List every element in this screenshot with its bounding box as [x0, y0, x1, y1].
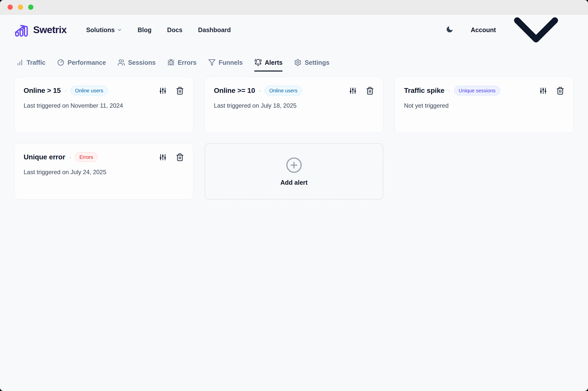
alert-title: Online > 15: [24, 87, 61, 95]
alert-card-actions: [539, 87, 564, 95]
tab-label: Settings: [305, 59, 329, 66]
theme-toggle-button[interactable]: [445, 25, 454, 34]
alert-card-traffic-spike: Traffic spike·Unique sessionsNot yet tri…: [395, 77, 574, 133]
tab-traffic[interactable]: Traffic: [16, 59, 45, 72]
nav-link-label: Docs: [167, 26, 183, 34]
alert-title: Unique error: [24, 153, 65, 161]
edit-alert-button[interactable]: [159, 153, 167, 161]
bell-icon: [254, 59, 262, 66]
nav-link-solutions[interactable]: Solutions: [86, 26, 122, 34]
tab-label: Performance: [68, 59, 106, 66]
tab-label: Errors: [178, 59, 197, 66]
moon-icon: [446, 25, 454, 34]
alert-card-unique-error: Unique error·ErrorsLast triggered on Jul…: [14, 143, 193, 200]
alert-status-text: Last triggered on July 24, 2025: [24, 169, 184, 176]
site-header: Swetrix SolutionsBlogDocsDashboard Accou…: [0, 15, 588, 45]
trash-icon: [176, 153, 184, 161]
tab-errors[interactable]: Errors: [167, 59, 197, 72]
bug-icon: [167, 59, 175, 66]
swetrix-logo-icon: [14, 23, 29, 37]
chevron-down-icon: [117, 27, 122, 32]
dot-separator: ·: [65, 87, 67, 95]
sliders-icon: [349, 87, 357, 95]
sliders-icon: [159, 87, 167, 95]
alert-metric-badge: Online users: [71, 86, 108, 95]
trash-icon: [556, 87, 564, 95]
minimize-window-button[interactable]: [18, 5, 23, 10]
dot-separator: ·: [259, 87, 261, 95]
bar-chart-icon: [16, 59, 24, 66]
alert-card-actions: [159, 153, 184, 161]
app-window: Swetrix SolutionsBlogDocsDashboard Accou…: [0, 0, 588, 391]
delete-alert-button[interactable]: [556, 87, 564, 95]
alert-card-header: Online > 15·Online users: [24, 86, 184, 95]
alert-card-header: Traffic spike·Unique sessions: [404, 86, 564, 95]
tab-sessions[interactable]: Sessions: [117, 59, 156, 72]
alert-status-text: Not yet triggered: [404, 102, 564, 109]
circle-plus-icon: [285, 157, 303, 174]
alert-card-header: Online >= 10·Online users: [214, 86, 374, 95]
alert-card-header: Unique error·Errors: [24, 152, 184, 162]
tab-label: Alerts: [265, 59, 283, 66]
zoom-window-button[interactable]: [28, 5, 33, 10]
header-right: Account: [445, 0, 574, 68]
gauge-icon: [57, 59, 65, 66]
alert-metric-badge: Unique sessions: [454, 86, 500, 95]
chevron-down-icon: [498, 0, 574, 68]
alert-metric-badge: Online users: [265, 86, 302, 95]
dashboard-tab-bar: TrafficPerformanceSessionsErrorsFunnelsA…: [0, 59, 588, 72]
sliders-icon: [539, 87, 547, 95]
alert-title: Online >= 10: [214, 87, 255, 95]
brand-name: Swetrix: [33, 24, 67, 35]
nav-link-label: Solutions: [86, 26, 115, 34]
account-label: Account: [471, 26, 496, 34]
alert-status-text: Last triggered on July 18, 2025: [214, 102, 374, 109]
alert-title: Traffic spike: [404, 87, 444, 95]
close-window-button[interactable]: [8, 5, 13, 10]
alert-card-online-15: Online > 15·Online usersLast triggered o…: [14, 77, 193, 133]
tab-alerts[interactable]: Alerts: [254, 59, 283, 72]
account-menu-button[interactable]: Account: [471, 0, 574, 68]
tab-performance[interactable]: Performance: [57, 59, 106, 72]
main-nav: SolutionsBlogDocsDashboard: [86, 26, 231, 34]
dot-separator: ·: [448, 87, 450, 95]
sliders-icon: [159, 153, 167, 161]
edit-alert-button[interactable]: [349, 87, 357, 95]
tab-settings[interactable]: Settings: [294, 59, 329, 72]
edit-alert-button[interactable]: [539, 87, 547, 95]
edit-alert-button[interactable]: [159, 87, 167, 95]
funnel-icon: [208, 59, 216, 66]
nav-link-blog[interactable]: Blog: [138, 26, 152, 34]
alert-card-online-10: Online >= 10·Online usersLast triggered …: [205, 77, 384, 133]
alerts-grid: Online > 15·Online usersLast triggered o…: [0, 77, 588, 200]
gear-icon: [294, 59, 302, 66]
add-alert-label: Add alert: [280, 179, 308, 186]
trash-icon: [176, 87, 184, 95]
nav-link-dashboard[interactable]: Dashboard: [198, 26, 231, 34]
tab-label: Funnels: [219, 59, 243, 66]
alert-metric-badge: Errors: [75, 152, 97, 162]
users-icon: [117, 59, 125, 66]
delete-alert-button[interactable]: [176, 87, 184, 95]
alert-status-text: Last triggered on November 11, 2024: [24, 102, 184, 109]
trash-icon: [366, 87, 374, 95]
delete-alert-button[interactable]: [176, 153, 184, 161]
tab-label: Traffic: [27, 59, 45, 66]
alert-card-actions: [349, 87, 374, 95]
nav-link-docs[interactable]: Docs: [167, 26, 183, 34]
delete-alert-button[interactable]: [366, 87, 374, 95]
alert-card-actions: [159, 87, 184, 95]
brand-logo[interactable]: Swetrix: [14, 23, 67, 37]
add-alert-card[interactable]: Add alert: [205, 143, 384, 200]
nav-link-label: Dashboard: [198, 26, 231, 34]
nav-link-label: Blog: [138, 26, 152, 34]
dot-separator: ·: [69, 153, 71, 161]
tab-label: Sessions: [128, 59, 156, 66]
tab-funnels[interactable]: Funnels: [208, 59, 243, 72]
